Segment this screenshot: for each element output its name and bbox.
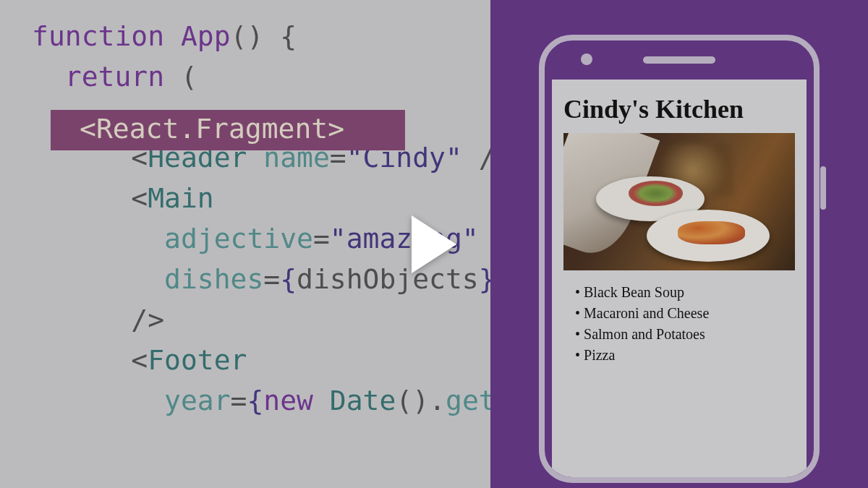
keyword-function: function	[32, 20, 164, 52]
attr-dishes: dishes	[32, 263, 263, 295]
code-line-5: <Main	[32, 178, 490, 218]
list-item: Pizza	[575, 345, 795, 366]
code-line-8: />	[32, 299, 490, 340]
func-name: App	[164, 20, 231, 52]
dish-list: Black Bean Soup Macaroni and Cheese Salm…	[563, 282, 795, 366]
list-item: Macaroni and Cheese	[575, 303, 795, 324]
code-parens: () {	[231, 20, 297, 52]
code-line-2: return (	[32, 56, 490, 97]
hero-image	[563, 133, 795, 270]
keyword-new: new	[263, 385, 313, 416]
tag-footer: Footer	[148, 344, 247, 376]
phone-frame: Cindy's Kitchen Black Bean Soup Macaroni…	[539, 35, 820, 483]
code-paren-open: (	[164, 61, 197, 93]
phone-camera-icon	[581, 53, 592, 65]
video-thumbnail[interactable]: function App() { return ( <Header name="…	[0, 0, 868, 488]
list-item: Black Bean Soup	[575, 282, 795, 303]
phone-power-button-icon	[820, 166, 826, 210]
play-icon[interactable]	[412, 215, 456, 273]
class-date: Date	[313, 385, 396, 416]
keyword-return: return	[32, 61, 164, 93]
code-line-9: <Footer	[32, 340, 490, 380]
list-item: Salmon and Potatoes	[575, 324, 795, 345]
code-highlight-fragment: <React.Fragment>	[80, 108, 344, 149]
tag-main: Main	[148, 182, 214, 214]
self-close: />	[32, 304, 164, 335]
code-line-1: function App() {	[32, 16, 490, 56]
device-preview-panel: Cindy's Kitchen Black Bean Soup Macaroni…	[490, 0, 868, 488]
code-line-10: year={new Date().get	[32, 380, 490, 421]
phone-screen: Cindy's Kitchen Black Bean Soup Macaroni…	[552, 80, 807, 477]
app-title: Cindy's Kitchen	[563, 94, 795, 124]
bruschetta-plate	[647, 210, 770, 262]
phone-speaker-icon	[643, 56, 715, 64]
attr-year: year	[32, 385, 231, 416]
attr-adjective: adjective	[32, 223, 313, 254]
